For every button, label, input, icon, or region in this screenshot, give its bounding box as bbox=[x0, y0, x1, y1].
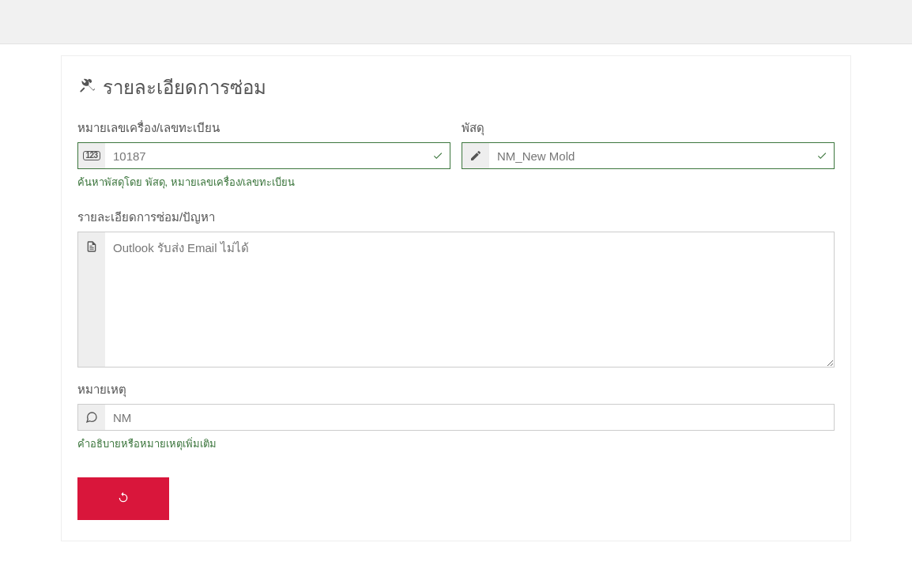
problem-textarea[interactable] bbox=[105, 232, 834, 367]
problem-label: รายละเอียดการซ่อม/ปัญหา bbox=[77, 208, 835, 227]
repair-detail-panel: รายละเอียดการซ่อม หมายเลขเครื่อง/เลขทะเบ… bbox=[61, 55, 851, 541]
note-input-group bbox=[77, 404, 835, 431]
check-icon bbox=[810, 143, 834, 168]
check-icon bbox=[426, 143, 450, 168]
panel-title-text: รายละเอียดการซ่อม bbox=[103, 72, 266, 103]
material-label: พัสดุ bbox=[462, 119, 835, 138]
field-problem: รายละเอียดการซ่อม/ปัญหา bbox=[77, 208, 835, 368]
submit-button[interactable] bbox=[77, 477, 169, 520]
number-icon: 123 bbox=[78, 143, 105, 168]
panel-title: รายละเอียดการซ่อม bbox=[77, 72, 835, 103]
field-note: หมายเหตุ คำอธิบายหรือหมายเหตุเพิ่มเติม bbox=[77, 380, 835, 452]
machine-input-group: 123 bbox=[77, 142, 450, 169]
machine-label: หมายเลขเครื่อง/เลขทะเบียน bbox=[77, 119, 450, 138]
wrench-icon bbox=[77, 77, 95, 99]
material-input[interactable] bbox=[489, 143, 810, 168]
problem-input-group bbox=[77, 232, 835, 368]
machine-help: ค้นหาพัสดุโดย พัสดุ, หมายเลขเครื่อง/เลขท… bbox=[77, 174, 450, 190]
topbar bbox=[0, 0, 912, 44]
page-wrap: รายละเอียดการซ่อม หมายเลขเครื่อง/เลขทะเบ… bbox=[0, 44, 912, 541]
spinner-icon bbox=[117, 492, 130, 507]
comment-icon bbox=[78, 405, 105, 430]
document-icon bbox=[78, 232, 105, 367]
note-help: คำอธิบายหรือหมายเหตุเพิ่มเติม bbox=[77, 435, 835, 452]
field-material: พัสดุ bbox=[462, 119, 835, 190]
pencil-icon bbox=[462, 143, 489, 168]
field-machine: หมายเลขเครื่อง/เลขทะเบียน 123 ค้นหาพัสดุ… bbox=[77, 119, 450, 190]
note-input[interactable] bbox=[105, 405, 834, 430]
machine-input[interactable] bbox=[105, 143, 426, 168]
note-label: หมายเหตุ bbox=[77, 380, 835, 399]
row-machine-material: หมายเลขเครื่อง/เลขทะเบียน 123 ค้นหาพัสดุ… bbox=[77, 119, 835, 190]
material-input-group bbox=[462, 142, 835, 169]
